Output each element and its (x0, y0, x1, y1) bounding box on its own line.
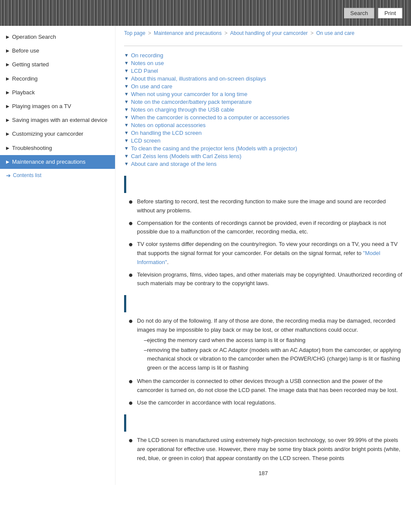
toc-arrow-icon: ▼ (124, 107, 129, 112)
toc-link[interactable]: Carl Zeiss lens (Models with Carl Zeiss … (131, 153, 241, 159)
toc-item: ▼Notes on charging through the USB cable (124, 106, 402, 113)
sidebar-item-label: Troubleshooting (12, 144, 111, 152)
toc-link[interactable]: LCD Panel (131, 68, 158, 74)
sidebar-item-recording[interactable]: ▶Recording (0, 72, 115, 86)
sidebar-arrow-icon: ▶ (6, 117, 9, 123)
breadcrumb-on-use[interactable]: On use and care (316, 30, 355, 36)
sidebar-item-label: Recording (12, 75, 111, 83)
contents-list-label: Contents list (13, 172, 41, 178)
sidebar: ▶Operation Search▶Before use▶Getting sta… (0, 26, 115, 485)
sidebar-arrow-icon: ▶ (6, 159, 9, 165)
sidebar-arrow-icon: ▶ (6, 34, 9, 40)
bullet-dot: ● (128, 398, 135, 408)
toc-item: ▼Carl Zeiss lens (Models with Carl Zeiss… (124, 153, 402, 159)
toc-link[interactable]: Notes on use (131, 60, 164, 66)
sidebar-arrow-icon: ▶ (6, 145, 9, 151)
arrow-right-icon: ➔ (6, 172, 11, 179)
breadcrumb-maintenance[interactable]: Maintenance and precautions (154, 30, 221, 36)
section-lcd-bullets: ● The LCD screen is manufactured using e… (128, 436, 402, 463)
divider (124, 46, 402, 46)
sidebar-arrow-icon: ▶ (6, 62, 9, 68)
sidebar-item-playing-images[interactable]: ▶Playing images on a TV (0, 100, 115, 113)
page-layout: ▶Operation Search▶Before use▶Getting sta… (0, 26, 411, 485)
toc-item: ▼Notes on optional accessories (124, 122, 402, 128)
sidebar-item-label: Getting started (12, 61, 111, 68)
section-notes-on-use-heading (124, 295, 402, 312)
toc-arrow-icon: ▼ (124, 91, 129, 96)
bullet-item: ● When the camcorder is connected to oth… (128, 377, 402, 395)
contents-list-link[interactable]: ➔ Contents list (0, 169, 115, 182)
bullet-dot: ● (128, 240, 135, 249)
print-button[interactable]: Print (378, 8, 402, 19)
sub-bullet: removing the battery pack or AC Adaptor … (144, 346, 402, 373)
toc-arrow-icon: ▼ (124, 138, 129, 143)
sidebar-item-before-use[interactable]: ▶Before use (0, 44, 115, 58)
breadcrumb-top-page[interactable]: Top page (124, 30, 145, 36)
sidebar-item-getting-started[interactable]: ▶Getting started (0, 58, 115, 72)
sidebar-item-saving-images[interactable]: ▶Saving images with an external device (0, 113, 115, 127)
sub-list: ejecting the memory card when the access… (144, 336, 402, 373)
sidebar-item-label: Playing images on a TV (12, 103, 111, 110)
bullet-dot: ● (128, 271, 135, 280)
bullet-item: ● Television programs, films, video tape… (128, 271, 402, 289)
model-information-link[interactable]: "Model Information" (137, 250, 380, 265)
toc-arrow-icon: ▼ (124, 161, 129, 166)
toc-link[interactable]: Note on the camcorder/battery pack tempe… (131, 99, 252, 105)
toc-item: ▼LCD screen (124, 137, 402, 144)
toc-arrow-icon: ▼ (124, 130, 129, 135)
section-bar-lcd (124, 414, 126, 432)
toc-link[interactable]: When the camcorder is connected to a com… (131, 114, 290, 121)
toc-item: ▼About care and storage of the lens (124, 161, 402, 167)
sidebar-item-label: Operation Search (12, 33, 111, 41)
search-button[interactable]: Search (344, 8, 374, 19)
toc-link[interactable]: About care and storage of the lens (131, 161, 217, 167)
toc-link[interactable]: On recording (131, 52, 163, 59)
header: Search Print (0, 0, 411, 26)
breadcrumb: Top page > Maintenance and precautions >… (124, 30, 402, 40)
toc-arrow-icon: ▼ (124, 122, 129, 128)
bullet-item: ● Do not do any of the following. If any… (128, 317, 402, 373)
bullet-item: ● Use the camcorder in accordance with l… (128, 398, 402, 408)
toc-arrow-icon: ▼ (124, 68, 129, 73)
section-lcd-panel-heading (124, 414, 402, 432)
toc-link[interactable]: LCD screen (131, 137, 161, 144)
toc-link[interactable]: When not using your camcorder for a long… (131, 91, 247, 97)
page-number: 187 (124, 470, 402, 476)
sidebar-item-label: Maintenance and precautions (12, 158, 111, 166)
sidebar-item-customizing[interactable]: ▶Customizing your camcorder (0, 127, 115, 141)
bullet-dot: ● (128, 436, 135, 445)
toc-list: ▼On recording▼Notes on use▼LCD Panel▼Abo… (124, 52, 402, 167)
toc-link[interactable]: On use and care (131, 83, 172, 90)
toc-item: ▼On recording (124, 52, 402, 59)
sidebar-item-label: Playback (12, 89, 111, 96)
section-bar-notes (124, 295, 126, 312)
toc-item: ▼Notes on use (124, 60, 402, 66)
sidebar-item-maintenance[interactable]: ▶Maintenance and precautions (0, 155, 115, 169)
section-recording-bullets: ● Before starting to record, test the re… (128, 197, 402, 288)
bullet-item: ● Compensation for the contents of recor… (128, 219, 402, 237)
sidebar-item-operation-search[interactable]: ▶Operation Search (0, 30, 115, 44)
sidebar-arrow-icon: ▶ (6, 103, 9, 109)
toc-arrow-icon: ▼ (124, 84, 129, 89)
toc-link[interactable]: Notes on charging through the USB cable (131, 106, 234, 113)
sidebar-arrow-icon: ▶ (6, 48, 9, 54)
toc-item: ▼Note on the camcorder/battery pack temp… (124, 99, 402, 105)
toc-link[interactable]: Notes on optional accessories (131, 122, 206, 128)
breadcrumb-about-handling[interactable]: About handling of your camcorder (230, 30, 308, 36)
bullet-dot: ● (128, 197, 135, 207)
toc-arrow-icon: ▼ (124, 146, 129, 151)
toc-arrow-icon: ▼ (124, 115, 129, 120)
toc-item: ▼About this manual, illustrations and on… (124, 75, 402, 82)
toc-arrow-icon: ▼ (124, 99, 129, 104)
section-notes-bullets: ● Do not do any of the following. If any… (128, 317, 402, 408)
toc-arrow-icon: ▼ (124, 153, 129, 159)
sidebar-arrow-icon: ▶ (6, 90, 9, 96)
sidebar-item-playback[interactable]: ▶Playback (0, 86, 115, 100)
main-content: Top page > Maintenance and precautions >… (115, 26, 411, 485)
sidebar-item-troubleshooting[interactable]: ▶Troubleshooting (0, 141, 115, 155)
toc-item: ▼LCD Panel (124, 68, 402, 74)
toc-link[interactable]: About this manual, illustrations and on-… (131, 75, 266, 82)
toc-link[interactable]: On handling the LCD screen (131, 130, 202, 136)
toc-link[interactable]: To clean the casing and the projector le… (131, 145, 297, 152)
bullet-dot: ● (128, 219, 135, 228)
